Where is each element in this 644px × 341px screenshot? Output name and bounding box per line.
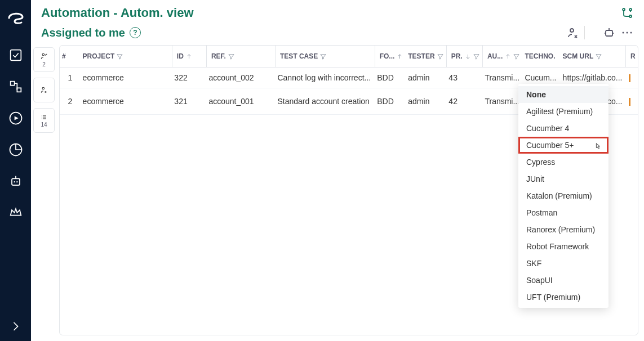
table-container: # PROJECT ID REF. TEST CASE FO... TESTER… [59, 45, 638, 335]
robot-action-icon[interactable] [602, 26, 616, 39]
vtab-count-2: 14 [41, 122, 47, 128]
dropdown-item-robot[interactable]: Robot Framework [518, 238, 609, 255]
svg-point-8 [623, 8, 625, 11]
filter-icon[interactable] [437, 53, 443, 60]
filter-icon[interactable] [473, 53, 479, 60]
dropdown-item-uft[interactable]: UFT (Premium) [518, 289, 609, 306]
dropdown-item-none[interactable]: None [518, 86, 609, 103]
git-branch-icon[interactable] [620, 6, 634, 20]
filter-icon[interactable] [513, 53, 519, 60]
svg-point-17 [42, 87, 45, 89]
divider [584, 26, 598, 39]
col-project[interactable]: PROJECT [81, 46, 172, 68]
nav-tree-icon[interactable] [8, 79, 24, 95]
nav-crown-icon[interactable] [8, 205, 24, 221]
svg-point-10 [629, 15, 632, 17]
dropdown-item-soapui[interactable]: SoapUI [518, 272, 609, 289]
svg-point-14 [627, 32, 628, 34]
filter-icon[interactable] [596, 53, 602, 60]
unassign-icon[interactable] [566, 26, 580, 39]
nav-check-icon[interactable] [8, 47, 24, 63]
svg-rect-2 [17, 88, 21, 92]
col-pr[interactable]: PR. [446, 46, 482, 68]
svg-rect-5 [12, 178, 20, 185]
help-icon[interactable]: ? [130, 27, 141, 38]
col-id[interactable]: ID [172, 46, 206, 68]
status-bar-icon [629, 74, 630, 82]
col-testcase[interactable]: TEST CASE [275, 46, 375, 68]
vtab-list[interactable]: 14 [33, 108, 55, 133]
nav-chart-icon[interactable] [8, 142, 24, 158]
svg-rect-0 [10, 50, 21, 61]
dropdown-item-ranorex[interactable]: Ranorex (Premium) [518, 221, 609, 238]
svg-point-7 [16, 181, 17, 182]
sort-asc-icon[interactable] [186, 53, 192, 60]
cursor-pointer-icon [594, 142, 602, 150]
svg-rect-12 [606, 30, 612, 36]
col-num[interactable]: # [60, 46, 81, 68]
left-nav [0, 0, 31, 341]
col-scm[interactable]: SCM URL [561, 46, 626, 68]
col-fo[interactable]: FO... [375, 46, 406, 68]
col-ref[interactable]: REF. [206, 46, 275, 68]
vertical-tab-bar: 2 14 [31, 45, 57, 341]
dropdown-item-skf[interactable]: SKF [518, 255, 609, 272]
vtab-assigned[interactable]: 2 [33, 47, 55, 72]
sort-desc-icon[interactable] [465, 53, 471, 60]
techno-dropdown: None Agilitest (Premium) Cucumber 4 Cucu… [518, 84, 609, 308]
sort-asc-icon[interactable] [505, 53, 511, 60]
table-header-row: # PROJECT ID REF. TEST CASE FO... TESTER… [60, 46, 638, 68]
dropdown-item-postman[interactable]: Postman [518, 204, 609, 221]
col-techno[interactable]: TECHNO. [522, 46, 560, 68]
svg-point-6 [14, 181, 15, 182]
dropdown-item-cucumber5[interactable]: Cucumber 5+ [518, 137, 609, 154]
svg-point-16 [42, 53, 45, 56]
more-menu-icon[interactable] [620, 26, 634, 39]
status-bar-icon [629, 98, 630, 106]
dropdown-item-cypress[interactable]: Cypress [518, 154, 609, 170]
nav-robot-icon[interactable] [8, 173, 24, 189]
svg-point-11 [570, 29, 574, 32]
collapse-nav-icon[interactable] [8, 318, 24, 334]
dropdown-item-katalon[interactable]: Katalon (Premium) [518, 187, 609, 204]
view-subtitle: Assigned to me [41, 26, 125, 39]
filter-icon[interactable] [320, 53, 326, 60]
svg-point-13 [623, 32, 624, 34]
dropdown-item-cucumber4[interactable]: Cucumber 4 [518, 120, 609, 137]
dropdown-item-agilitest[interactable]: Agilitest (Premium) [518, 103, 609, 120]
svg-point-9 [629, 8, 632, 11]
svg-point-15 [630, 32, 632, 34]
app-logo [5, 6, 27, 28]
col-r[interactable]: R [625, 46, 638, 68]
svg-rect-1 [10, 82, 14, 86]
filter-icon[interactable] [228, 53, 234, 60]
filter-icon[interactable] [117, 53, 123, 60]
dropdown-item-junit[interactable]: JUnit [518, 170, 609, 187]
vtab-unassigned[interactable] [33, 78, 55, 102]
col-tester[interactable]: TESTER [406, 46, 446, 68]
page-title: Automation - Autom. view [41, 6, 194, 20]
vtab-count-0: 2 [42, 61, 46, 68]
col-au[interactable]: AU... [482, 46, 522, 68]
nav-play-icon[interactable] [8, 110, 24, 126]
sort-asc-icon[interactable] [397, 53, 403, 60]
